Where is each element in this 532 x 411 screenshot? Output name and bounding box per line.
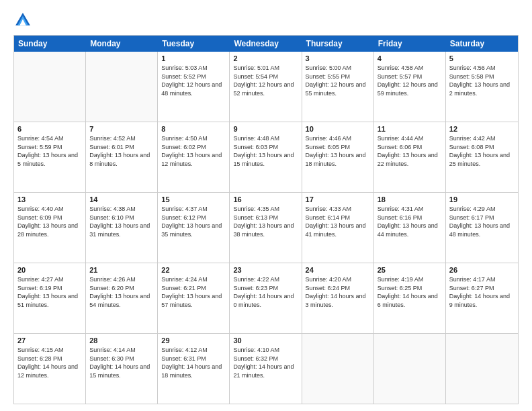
day-number: 4 (378, 54, 442, 62)
calendar-header-row: SundayMondayTuesdayWednesdayThursdayFrid… (14, 36, 518, 52)
calendar-header-cell: Tuesday (158, 36, 230, 52)
day-number: 5 (449, 54, 515, 62)
sun-info: Sunrise: 4:40 AMSunset: 6:09 PMDaylight:… (17, 205, 82, 238)
calendar-cell: 19Sunrise: 4:29 AMSunset: 6:17 PMDayligh… (446, 193, 518, 263)
calendar-cell: 26Sunrise: 4:17 AMSunset: 6:27 PMDayligh… (446, 263, 518, 333)
calendar-cell: 4Sunrise: 4:58 AMSunset: 5:57 PMDaylight… (374, 52, 446, 122)
sun-info: Sunrise: 4:50 AMSunset: 6:02 PMDaylight:… (161, 134, 226, 168)
sun-info: Sunrise: 4:44 AMSunset: 6:06 PMDaylight:… (378, 134, 442, 168)
page: SundayMondayTuesdayWednesdayThursdayFrid… (0, 0, 532, 411)
calendar-cell: 24Sunrise: 4:20 AMSunset: 6:24 PMDayligh… (302, 263, 374, 333)
sun-info: Sunrise: 4:46 AMSunset: 6:05 PMDaylight:… (306, 134, 370, 168)
sun-info: Sunrise: 4:56 AMSunset: 5:58 PMDaylight:… (449, 64, 515, 97)
sun-info: Sunrise: 4:12 AMSunset: 6:31 PMDaylight:… (161, 346, 226, 379)
calendar-cell: 25Sunrise: 4:19 AMSunset: 6:25 PMDayligh… (374, 263, 446, 333)
day-number: 29 (161, 336, 226, 345)
calendar-header-cell: Wednesday (230, 36, 302, 52)
day-number: 12 (449, 125, 515, 133)
sun-info: Sunrise: 4:38 AMSunset: 6:10 PMDaylight:… (89, 205, 154, 238)
calendar-cell: 8Sunrise: 4:50 AMSunset: 6:02 PMDaylight… (158, 122, 230, 192)
day-number: 7 (89, 125, 154, 133)
day-number: 1 (161, 54, 226, 62)
sun-info: Sunrise: 4:29 AMSunset: 6:17 PMDaylight:… (449, 205, 515, 238)
day-number: 26 (449, 266, 515, 274)
calendar-cell: 1Sunrise: 5:03 AMSunset: 5:52 PMDaylight… (158, 52, 230, 122)
sun-info: Sunrise: 4:48 AMSunset: 6:03 PMDaylight:… (233, 134, 298, 168)
day-number: 28 (89, 336, 154, 345)
sun-info: Sunrise: 4:15 AMSunset: 6:28 PMDaylight:… (17, 346, 82, 379)
calendar-cell: 30Sunrise: 4:10 AMSunset: 6:32 PMDayligh… (230, 334, 302, 404)
sun-info: Sunrise: 4:27 AMSunset: 6:19 PMDaylight:… (17, 275, 82, 309)
calendar-cell (374, 334, 446, 404)
calendar-cell: 29Sunrise: 4:12 AMSunset: 6:31 PMDayligh… (158, 334, 230, 404)
calendar-cell: 16Sunrise: 4:35 AMSunset: 6:13 PMDayligh… (230, 193, 302, 263)
calendar-cell: 28Sunrise: 4:14 AMSunset: 6:30 PMDayligh… (86, 334, 158, 404)
day-number: 22 (161, 266, 226, 274)
calendar: SundayMondayTuesdayWednesdayThursdayFrid… (13, 35, 519, 404)
sun-info: Sunrise: 4:52 AMSunset: 6:01 PMDaylight:… (89, 134, 154, 168)
calendar-cell (446, 334, 518, 404)
day-number: 3 (306, 54, 370, 62)
day-number: 21 (89, 266, 154, 274)
sun-info: Sunrise: 5:01 AMSunset: 5:54 PMDaylight:… (233, 64, 298, 97)
calendar-cell: 15Sunrise: 4:37 AMSunset: 6:12 PMDayligh… (158, 193, 230, 263)
calendar-cell: 6Sunrise: 4:54 AMSunset: 5:59 PMDaylight… (14, 122, 86, 192)
calendar-body: 1Sunrise: 5:03 AMSunset: 5:52 PMDaylight… (14, 52, 518, 404)
sun-info: Sunrise: 4:10 AMSunset: 6:32 PMDaylight:… (233, 346, 298, 379)
calendar-week-row: 1Sunrise: 5:03 AMSunset: 5:52 PMDaylight… (14, 52, 518, 122)
calendar-header-cell: Friday (374, 36, 446, 52)
day-number: 15 (161, 195, 226, 203)
calendar-cell: 12Sunrise: 4:42 AMSunset: 6:08 PMDayligh… (446, 122, 518, 192)
day-number: 27 (17, 336, 82, 345)
sun-info: Sunrise: 4:35 AMSunset: 6:13 PMDaylight:… (233, 205, 298, 238)
calendar-cell: 2Sunrise: 5:01 AMSunset: 5:54 PMDaylight… (230, 52, 302, 122)
sun-info: Sunrise: 4:19 AMSunset: 6:25 PMDaylight:… (378, 275, 442, 309)
sun-info: Sunrise: 4:37 AMSunset: 6:12 PMDaylight:… (161, 205, 226, 238)
sun-info: Sunrise: 4:33 AMSunset: 6:14 PMDaylight:… (306, 205, 370, 238)
calendar-cell (14, 52, 86, 122)
calendar-cell: 22Sunrise: 4:24 AMSunset: 6:21 PMDayligh… (158, 263, 230, 333)
day-number: 6 (17, 125, 82, 133)
calendar-cell: 7Sunrise: 4:52 AMSunset: 6:01 PMDaylight… (86, 122, 158, 192)
logo-icon (13, 11, 32, 30)
day-number: 11 (378, 125, 442, 133)
header (13, 11, 519, 30)
calendar-cell: 23Sunrise: 4:22 AMSunset: 6:23 PMDayligh… (230, 263, 302, 333)
calendar-cell: 13Sunrise: 4:40 AMSunset: 6:09 PMDayligh… (14, 193, 86, 263)
logo (13, 11, 35, 30)
calendar-header-cell: Sunday (14, 36, 86, 52)
day-number: 9 (233, 125, 298, 133)
sun-info: Sunrise: 4:22 AMSunset: 6:23 PMDaylight:… (233, 275, 298, 309)
day-number: 18 (378, 195, 442, 203)
sun-info: Sunrise: 4:26 AMSunset: 6:20 PMDaylight:… (89, 275, 154, 309)
day-number: 20 (17, 266, 82, 274)
calendar-week-row: 13Sunrise: 4:40 AMSunset: 6:09 PMDayligh… (14, 193, 518, 263)
calendar-cell: 10Sunrise: 4:46 AMSunset: 6:05 PMDayligh… (302, 122, 374, 192)
calendar-cell: 18Sunrise: 4:31 AMSunset: 6:16 PMDayligh… (374, 193, 446, 263)
day-number: 10 (306, 125, 370, 133)
calendar-cell: 5Sunrise: 4:56 AMSunset: 5:58 PMDaylight… (446, 52, 518, 122)
sun-info: Sunrise: 4:54 AMSunset: 5:59 PMDaylight:… (17, 134, 82, 168)
calendar-cell: 14Sunrise: 4:38 AMSunset: 6:10 PMDayligh… (86, 193, 158, 263)
calendar-week-row: 27Sunrise: 4:15 AMSunset: 6:28 PMDayligh… (14, 334, 518, 404)
day-number: 16 (233, 195, 298, 203)
calendar-header-cell: Thursday (302, 36, 374, 52)
calendar-cell: 9Sunrise: 4:48 AMSunset: 6:03 PMDaylight… (230, 122, 302, 192)
sun-info: Sunrise: 4:42 AMSunset: 6:08 PMDaylight:… (449, 134, 515, 168)
calendar-cell: 17Sunrise: 4:33 AMSunset: 6:14 PMDayligh… (302, 193, 374, 263)
day-number: 30 (233, 336, 298, 345)
sun-info: Sunrise: 4:17 AMSunset: 6:27 PMDaylight:… (449, 275, 515, 309)
calendar-week-row: 6Sunrise: 4:54 AMSunset: 5:59 PMDaylight… (14, 122, 518, 193)
calendar-cell: 11Sunrise: 4:44 AMSunset: 6:06 PMDayligh… (374, 122, 446, 192)
calendar-week-row: 20Sunrise: 4:27 AMSunset: 6:19 PMDayligh… (14, 263, 518, 334)
day-number: 13 (17, 195, 82, 203)
calendar-cell (86, 52, 158, 122)
day-number: 17 (306, 195, 370, 203)
day-number: 2 (233, 54, 298, 62)
day-number: 24 (306, 266, 370, 274)
calendar-cell (302, 334, 374, 404)
calendar-cell: 27Sunrise: 4:15 AMSunset: 6:28 PMDayligh… (14, 334, 86, 404)
calendar-cell: 3Sunrise: 5:00 AMSunset: 5:55 PMDaylight… (302, 52, 374, 122)
sun-info: Sunrise: 4:31 AMSunset: 6:16 PMDaylight:… (378, 205, 442, 238)
calendar-header-cell: Saturday (446, 36, 518, 52)
